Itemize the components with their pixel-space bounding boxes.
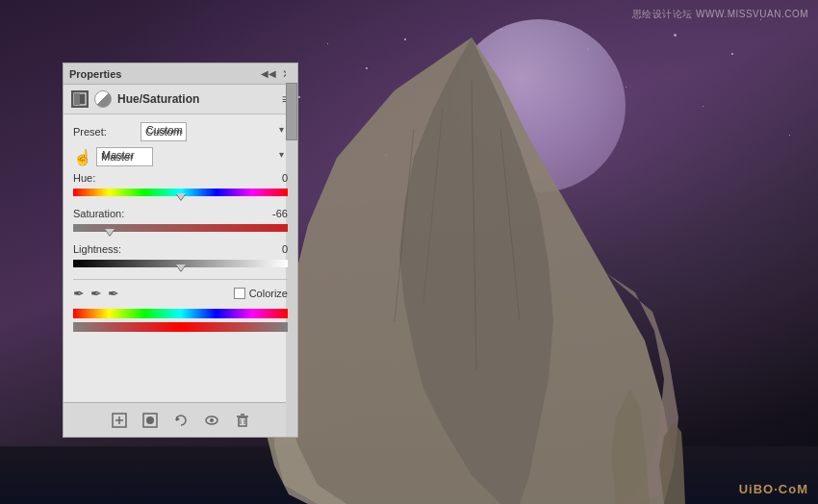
lightness-value: 0 — [259, 243, 288, 255]
svg-rect-11 — [74, 93, 80, 105]
colorize-checkbox[interactable] — [234, 288, 245, 299]
hue-thumb — [176, 193, 186, 200]
lightness-slider[interactable] — [73, 258, 288, 271]
channel-select[interactable]: Master Reds Yellows Greens Cyans Blues M… — [96, 147, 153, 166]
hue-color-band-bottom — [73, 322, 288, 332]
hue-color-band-top — [73, 309, 288, 318]
lightness-label: Lightness: — [73, 243, 121, 255]
hue-label: Hue: — [73, 172, 95, 184]
saturation-slider[interactable] — [73, 222, 288, 236]
svg-point-19 — [210, 418, 214, 422]
channel-row: ☝ Master Reds Yellows Greens Cyans Blues… — [73, 147, 288, 166]
svg-rect-20 — [239, 417, 246, 426]
panel-body: Preset: Custom Default Custom ☝ Master R… — [64, 114, 297, 402]
collapse-button[interactable]: ◀◀ — [259, 68, 278, 79]
watermark-top: 思绘设计论坛 WWW.MISSVUAN.COM — [632, 8, 808, 21]
colorize-wrapper: Colorize — [234, 288, 288, 299]
delete-button[interactable] — [233, 411, 252, 430]
panel-title: Properties — [69, 68, 121, 80]
watermark-bottom: UiBO·CoM — [739, 482, 808, 496]
lightness-section: Lightness: 0 — [73, 243, 288, 271]
colorize-label: Colorize — [249, 288, 288, 299]
eyedropper-remove-icon[interactable]: ✒ — [108, 286, 119, 301]
saturation-header: Saturation: -66 — [73, 208, 288, 219]
undo-button[interactable] — [171, 411, 191, 430]
svg-point-16 — [146, 416, 154, 424]
tools-row: ✒ ✒ ✒ Colorize — [73, 286, 288, 301]
layer-visibility-icon[interactable] — [94, 90, 112, 108]
divider — [73, 279, 288, 280]
panel-header-title: Hue/Saturation — [117, 92, 199, 106]
eyedropper-select-icon[interactable]: ✒ — [90, 286, 102, 301]
eyedropper-add-icon[interactable]: ✒ — [73, 286, 85, 301]
preset-row: Preset: Custom Default Custom — [73, 122, 288, 141]
hand-tool-icon[interactable]: ☝ — [73, 148, 96, 166]
properties-panel: Properties ◀◀ ✕ Hue/Saturation ≡ Preset: — [63, 63, 298, 438]
channel-select-wrapper: Master Reds Yellows Greens Cyans Blues M… — [96, 147, 288, 166]
panel-titlebar: Properties ◀◀ ✕ — [64, 63, 297, 85]
preset-select[interactable]: Custom Default — [141, 122, 187, 141]
preset-label: Preset: — [73, 126, 141, 138]
panel-footer — [64, 402, 297, 437]
hue-slider[interactable] — [73, 187, 288, 200]
saturation-thumb — [105, 229, 115, 236]
lightness-thumb — [176, 265, 186, 271]
hue-section: Hue: 0 — [73, 172, 288, 200]
add-layer-button[interactable] — [110, 411, 129, 430]
adjustment-layer-icon — [71, 90, 89, 108]
saturation-label: Saturation: — [73, 208, 124, 219]
preset-select-wrapper: Custom Default Custom — [141, 122, 288, 141]
panel-header: Hue/Saturation ≡ — [64, 85, 297, 114]
lightness-header: Lightness: 0 — [73, 243, 288, 255]
saturation-value: -66 — [259, 208, 288, 219]
mask-button[interactable] — [141, 411, 160, 430]
hue-header: Hue: 0 — [73, 172, 288, 184]
panel-title-left: Properties — [69, 68, 121, 80]
hue-value: 0 — [259, 172, 288, 184]
saturation-section: Saturation: -66 — [73, 208, 288, 236]
visibility-button[interactable] — [202, 411, 221, 430]
